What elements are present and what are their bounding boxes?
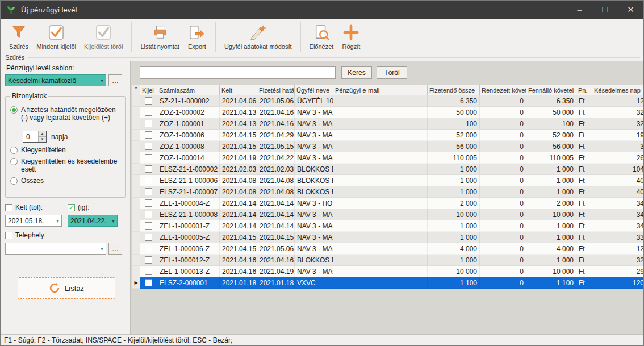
row-checkbox[interactable] (145, 165, 152, 173)
radio-option-all[interactable]: Összes (10, 177, 120, 185)
window: Új pénzügyi levél – ☐ ✕ Szűrés Mindent (0, 0, 644, 346)
row-checkbox[interactable] (145, 97, 152, 105)
date-to-combobox[interactable]: 2021.04.22. ▾ (68, 215, 118, 227)
column-header[interactable]: Pn. (576, 85, 592, 95)
table-row[interactable]: ZEL-1-000013-Z2021.04.162021.04.19NAV 3 … (132, 266, 644, 277)
row-checkbox[interactable] (145, 109, 152, 116)
record-button[interactable]: Rögzít (337, 22, 365, 51)
row-checkbox[interactable] (145, 222, 152, 230)
site-browse-button[interactable]: … (108, 243, 122, 255)
search-button[interactable]: Keres (341, 66, 372, 79)
search-input[interactable] (140, 66, 336, 79)
table-row[interactable]: ZOZ-1-0000062021.04.152021.04.29NAV 3 - … (132, 130, 644, 141)
preview-button[interactable]: Előnézet (306, 22, 338, 51)
table-row[interactable]: ELSZ-21-1-0000082021.04.142021.04.14NAV … (132, 209, 644, 220)
days-spinner[interactable]: 0 ▲ ▼ (23, 131, 47, 143)
table-row[interactable]: ZEL-1-000001-Z2021.04.142021.04.14NAV 3 … (132, 220, 644, 232)
table-row[interactable]: ELSZ-21-1-0000062021.04.082021.04.08BLOK… (132, 175, 644, 186)
row-checkbox[interactable] (145, 211, 152, 218)
maximize-button[interactable]: ☐ (592, 1, 618, 19)
table-row[interactable]: ZEL-1-000005-Z2021.04.152021.04.15NAV 3 … (132, 232, 644, 243)
data-grid: *KijelSzámlaszámKeltFizetési hatáÜgyfél … (132, 85, 644, 289)
select-all-button[interactable]: Mindent kijelöl (32, 22, 80, 51)
row-checkbox[interactable] (145, 256, 152, 264)
cell: 52 000 (428, 130, 480, 141)
template-browse-button[interactable]: … (108, 74, 122, 86)
preview-icon (312, 23, 331, 42)
cell: 2021.04.15 (220, 130, 257, 141)
table-row[interactable]: ZOZ-1-0000082021.04.152021.05.15NAV 3 - … (132, 141, 644, 152)
filter-section-header: Szűrés (5, 54, 643, 61)
row-checkbox[interactable] (145, 120, 152, 127)
minimize-button[interactable]: – (567, 1, 592, 19)
row-checkbox[interactable] (145, 143, 152, 150)
cell: 2021.04.15 (220, 232, 257, 243)
row-checkbox[interactable] (145, 245, 152, 252)
clear-selection-button[interactable]: Kijelölést töröl (80, 22, 127, 51)
row-marker (132, 175, 140, 186)
modify-customer-button[interactable]: Ügyfél adatokat módosít (220, 22, 296, 51)
row-checkbox[interactable] (145, 268, 152, 275)
radio-option-unsettled[interactable]: Kiegyenlítetlen (10, 146, 120, 154)
row-checkbox[interactable] (145, 279, 152, 286)
column-header[interactable]: Kijel (140, 85, 157, 95)
date-from-combobox[interactable]: 2021.05.18. ▾ (5, 215, 62, 227)
column-header[interactable]: Fizetési hatá (257, 85, 295, 95)
date-from-checkbox[interactable]: Kelt (tól): (5, 203, 68, 211)
column-header[interactable]: Késedelmes nap (592, 85, 644, 95)
column-header[interactable]: Fizetendő össze (428, 85, 480, 95)
search-row: Keres Töröl (140, 66, 407, 79)
cell: 0 (480, 198, 526, 209)
table-row[interactable]: ZOZ-1-0000022021.04.132021.04.16NAV 3 - … (132, 107, 644, 118)
cell: ZEL-1-000013-Z (157, 266, 220, 277)
site-combobox[interactable]: ▾ (5, 243, 106, 255)
row-checkbox[interactable] (145, 199, 152, 207)
cell: 2021.02.03 (257, 164, 295, 175)
cell: 120 (592, 277, 644, 289)
row-checkbox[interactable] (145, 177, 152, 184)
status-text: F1 - Súgó; F2 - Törzsadat; INS/SPACE - K… (4, 336, 232, 344)
table-row[interactable]: ZOZ-1-0000142021.04.192021.04.22NAV 3 - … (132, 152, 644, 164)
print-list-button[interactable]: Listát nyomtat (136, 22, 183, 51)
row-checkbox[interactable] (145, 131, 152, 139)
cell: 1 000 (526, 255, 576, 266)
cell: 2021.04.16 (220, 266, 257, 277)
list-button[interactable]: Listáz (18, 277, 115, 299)
table-row[interactable]: SZ-21-1-0000022021.04.062021.05.06ÜGYFÉL… (132, 95, 644, 107)
table-row[interactable]: ELSZ-21-1-0000022021.02.032021.02.03BLOK… (132, 164, 644, 175)
radio-option-unsettled-overdue[interactable]: Kiegyenlítetlen és késedelembe esett (10, 157, 120, 173)
export-icon (187, 23, 207, 42)
table-row[interactable]: ELSZ-21-1-0000072021.04.082021.04.08BLOK… (132, 186, 644, 198)
column-header[interactable]: Pénzügyi e-mail (333, 85, 428, 95)
column-header[interactable]: Ügyfél neve (295, 85, 333, 95)
cell: 0 (480, 164, 526, 175)
row-checkbox[interactable] (145, 154, 152, 161)
close-button[interactable]: ✕ (618, 1, 643, 19)
cell: 0 (480, 186, 526, 198)
date-to-checkbox[interactable]: ✓ (ig): (68, 203, 90, 211)
spinner-up-icon[interactable]: ▲ (39, 131, 46, 137)
template-combobox[interactable]: Késedelmi kamatközlő ▾ (5, 74, 106, 86)
table-row[interactable]: ZEL-1-000006-Z2021.04.152021.05.06NAV 3 … (132, 243, 644, 255)
cell: ELSZ-2-000001 (157, 277, 220, 289)
site-checkbox[interactable]: Telephely: (5, 231, 46, 239)
radio-option-deadline[interactable]: A fizetési határidőt megelőzően (-) vagy… (10, 106, 120, 122)
clear-search-button[interactable]: Töröl (377, 66, 407, 79)
column-header[interactable]: Számlaszám (157, 85, 220, 95)
table-row[interactable]: ZEL-1-000012-Z2021.04.162021.04.16BLOKKO… (132, 255, 644, 266)
row-marker (132, 255, 140, 266)
column-header[interactable]: Rendezett követ (480, 85, 526, 95)
spinner-down-icon[interactable]: ▼ (39, 137, 46, 142)
column-header[interactable]: Kelt (220, 85, 257, 95)
column-header[interactable]: Fennálló követel (526, 85, 576, 95)
table-row[interactable]: ZEL-1-000004-Z2021.04.142021.04.14NAV 3 … (132, 198, 644, 209)
cell: 0 (480, 95, 526, 107)
cell: 2021.04.08 (257, 175, 295, 186)
row-checkbox[interactable] (145, 188, 152, 195)
filter-button[interactable]: Szűrés (5, 22, 32, 51)
row-checkbox[interactable] (145, 234, 152, 241)
table-row[interactable]: ▶ELSZ-2-0000012021.01.182021.01.18VXVC1 … (132, 277, 644, 289)
cell: ZOZ-1-000001 (157, 118, 220, 130)
table-row[interactable]: ZOZ-1-0000012021.04.132021.04.16NAV 3 - … (132, 118, 644, 130)
export-button[interactable]: Export (183, 22, 211, 51)
